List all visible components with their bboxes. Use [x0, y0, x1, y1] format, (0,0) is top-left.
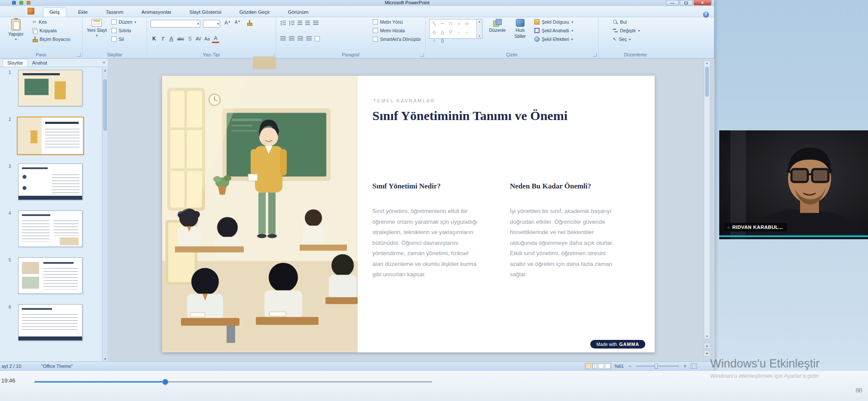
- thumbnail-preview[interactable]: [18, 163, 83, 200]
- replace-button[interactable]: Değiştir ▾: [611, 27, 641, 34]
- shape-effects-button[interactable]: Şekil Efektleri ▾: [533, 36, 574, 43]
- delete-slide-button[interactable]: Sil: [110, 36, 138, 43]
- slide[interactable]: TEMEL KAVRAMLAR Sınıf Yönetiminin Tanımı…: [162, 76, 655, 352]
- align-center-icon[interactable]: [289, 36, 294, 41]
- font-size-combo[interactable]: ▾: [203, 20, 220, 28]
- slide-thumbnail[interactable]: 4: [18, 210, 83, 247]
- shape-rounded-rect-icon[interactable]: ▭: [464, 20, 470, 28]
- font-name-combo[interactable]: ▾: [150, 20, 200, 28]
- thumbnail-preview[interactable]: [18, 210, 83, 247]
- line-spacing-icon[interactable]: [313, 21, 319, 25]
- tab-ekle[interactable]: Ekle: [72, 8, 94, 17]
- shrink-font-button[interactable]: A ▼: [235, 20, 241, 25]
- help-button[interactable]: ?: [703, 12, 709, 18]
- thumbnail-preview[interactable]: [18, 257, 83, 294]
- slide-thumbnail[interactable]: 6: [18, 304, 83, 341]
- shape-line-icon[interactable]: ╲: [431, 20, 437, 28]
- shape-rectangle-icon[interactable]: □: [448, 20, 454, 28]
- tab-gozden-gecir[interactable]: Gözden Geçir: [233, 8, 276, 17]
- shape-triangle-icon[interactable]: △: [439, 28, 445, 36]
- dialog-launcher[interactable]: [593, 53, 597, 57]
- font-color-button[interactable]: A: [212, 35, 219, 43]
- align-left-icon[interactable]: [280, 36, 286, 41]
- thumbnail-preview[interactable]: [18, 70, 83, 106]
- bold-button[interactable]: K: [150, 35, 158, 43]
- thumbnail-preview[interactable]: [17, 117, 84, 155]
- columns-icon[interactable]: [315, 36, 320, 41]
- tab-gorunum[interactable]: Görünüm: [282, 8, 315, 17]
- editor-scrollbar[interactable]: ▲ ▼: [704, 60, 710, 339]
- slideshow-view-button[interactable]: [605, 364, 610, 369]
- zoom-slider[interactable]: [636, 366, 679, 367]
- copy-button[interactable]: Kopyala: [31, 27, 72, 34]
- column-left[interactable]: Sınıf Yönetimi Nedir? Sınıf yönetimi, öğ…: [372, 182, 479, 280]
- shape-arrow-down-icon[interactable]: ↓: [464, 28, 470, 36]
- justify-icon[interactable]: [306, 36, 312, 41]
- slide-thumbnail-selected[interactable]: 2: [18, 117, 83, 153]
- clear-formatting-button[interactable]: [247, 20, 252, 25]
- previous-slide-button[interactable]: ▲: [704, 342, 710, 349]
- save-icon[interactable]: [12, 1, 16, 5]
- redo-icon[interactable]: [27, 1, 31, 5]
- italic-button[interactable]: T: [159, 35, 166, 43]
- scroll-up-icon[interactable]: ▲: [478, 20, 481, 23]
- column-right[interactable]: Neden Bu Kadar Önemli? İyi yönetilen bir…: [510, 182, 619, 280]
- shape-brace-icon[interactable]: {}: [439, 37, 445, 45]
- bullets-icon[interactable]: [280, 21, 286, 25]
- seek-bar-handle[interactable]: [163, 379, 168, 385]
- shape-ellipse-icon[interactable]: ○: [456, 20, 462, 28]
- dialog-launcher[interactable]: [77, 53, 81, 57]
- sidebar-tab-slides[interactable]: Slaytlar: [3, 59, 28, 67]
- zoom-level[interactable]: %61: [614, 364, 624, 369]
- underline-button[interactable]: A: [168, 35, 175, 43]
- thumbnail-preview[interactable]: [18, 304, 83, 341]
- select-button[interactable]: ↖ Seç ▾: [611, 36, 641, 43]
- change-case-button[interactable]: Aa: [203, 35, 211, 43]
- slide-title[interactable]: Sınıf Yönetiminin Tanımı ve Önemi: [372, 108, 567, 123]
- seek-bar[interactable]: [34, 381, 432, 382]
- indent-increase-icon[interactable]: [305, 21, 310, 25]
- quick-styles-button[interactable]: Hızlı Stiller: [510, 19, 531, 39]
- cut-button[interactable]: ✂ Kes: [31, 19, 72, 25]
- shape-fill-button[interactable]: Şekil Dolgusu ▾: [533, 19, 574, 25]
- scrollbar-thumb[interactable]: [103, 79, 107, 131]
- tab-giris[interactable]: Giriş: [43, 7, 66, 17]
- shape-arrow-right-icon[interactable]: →: [456, 28, 462, 36]
- zoom-out-button[interactable]: −: [627, 363, 633, 369]
- slide-thumbnail[interactable]: 5: [18, 257, 83, 294]
- shape-star-icon[interactable]: ☆: [431, 37, 437, 45]
- reset-button[interactable]: Sıfırla: [110, 27, 138, 34]
- text-shadow-button[interactable]: S: [186, 35, 193, 43]
- align-right-icon[interactable]: [298, 36, 303, 41]
- strikethrough-button[interactable]: abc: [176, 35, 185, 43]
- scroll-down-icon[interactable]: ▼: [704, 335, 710, 338]
- reading-view-button[interactable]: [598, 364, 604, 369]
- sidebar-tab-outline[interactable]: Anahat: [28, 59, 52, 67]
- slide-thumbnail[interactable]: 3: [18, 163, 83, 200]
- sidebar-close-button[interactable]: ×: [103, 60, 105, 65]
- quick-access-toolbar[interactable]: [12, 1, 31, 5]
- fit-to-window-button[interactable]: [691, 364, 697, 369]
- dialog-launcher[interactable]: [420, 53, 424, 57]
- undo-icon[interactable]: [19, 1, 23, 5]
- paste-button[interactable]: Yapıştır ▾: [3, 19, 28, 41]
- scroll-down-icon[interactable]: ▼: [102, 358, 108, 361]
- format-painter-button[interactable]: Biçim Boyacısı: [31, 36, 72, 43]
- shapes-gallery[interactable]: ╲ ─ □ ○ ▭ ◇ △ ▽ → ↓ ☆ {} ▲ ▼: [429, 19, 482, 39]
- shapes-gallery-scrollbar[interactable]: ▲ ▼: [476, 19, 482, 38]
- sidebar-scrollbar[interactable]: ▲ ▼: [102, 68, 108, 361]
- slide-sorter-view-button[interactable]: [592, 364, 598, 369]
- maximize-button[interactable]: [680, 0, 693, 6]
- character-spacing-button[interactable]: AV: [195, 35, 202, 43]
- tab-tasarim[interactable]: Tasarım: [100, 8, 129, 17]
- find-button[interactable]: Bul: [611, 19, 641, 25]
- minimize-button[interactable]: —: [666, 0, 679, 6]
- arrange-button[interactable]: Düzenle: [487, 19, 508, 33]
- shape-triangle-down-icon[interactable]: ▽: [448, 28, 454, 36]
- scroll-down-icon[interactable]: ▼: [478, 35, 481, 37]
- tab-animasyonlar[interactable]: Animasyonlar: [135, 8, 178, 17]
- text-direction-button[interactable]: Metin Yönü: [371, 19, 422, 25]
- scroll-up-icon[interactable]: ▲: [102, 69, 108, 72]
- scrollbar-thumb[interactable]: [705, 67, 709, 97]
- zoom-slider-thumb[interactable]: [655, 364, 658, 369]
